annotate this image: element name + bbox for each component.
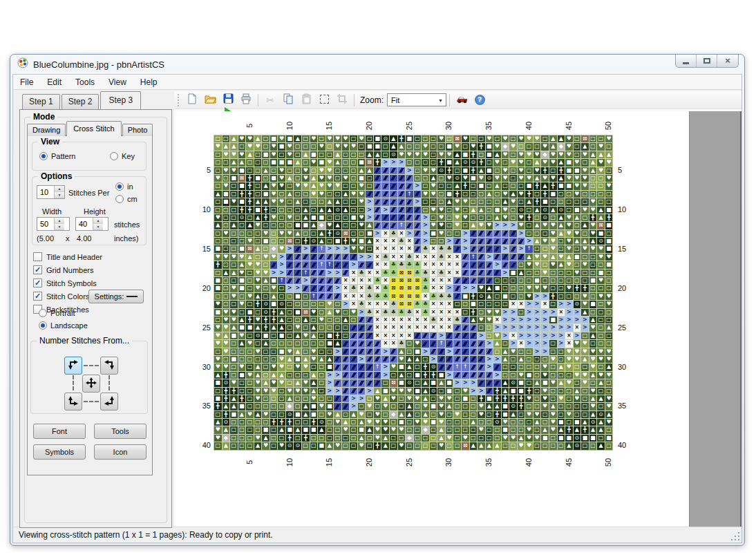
- pattern-cell: >: [326, 245, 334, 252]
- width-stepper[interactable]: 50 ▲▼: [37, 217, 70, 231]
- stepper-up-icon[interactable]: ▲: [93, 218, 103, 224]
- tools-button[interactable]: Tools: [94, 424, 147, 439]
- menu-item-edit[interactable]: Edit: [40, 75, 68, 89]
- stepper-up-icon[interactable]: ▲: [55, 218, 64, 224]
- stitch-symbol: ▲: [334, 151, 341, 158]
- cut-button[interactable]: ✂: [262, 93, 278, 108]
- tab-step-3[interactable]: Step 3: [100, 91, 141, 109]
- pattern-cell: ♥: [326, 175, 334, 182]
- pattern-grid[interactable]: □□▲♥♥▲□■♥■▲□♥□♥♥♥□♥□■⊙▲╋■□□□♥□⊠♥□□♥□♥□♥♥…: [214, 135, 613, 451]
- zoom-select[interactable]: Fit▼: [387, 93, 446, 106]
- stepper-down-icon[interactable]: ▼: [55, 192, 64, 198]
- pattern-cell: >: [565, 309, 573, 316]
- tab-cross-stitch[interactable]: Cross Stitch: [66, 121, 121, 136]
- symbols-button[interactable]: Symbols: [33, 444, 86, 460]
- stitch-symbol: ■: [310, 411, 318, 418]
- menu-item-file[interactable]: File: [13, 75, 40, 89]
- pattern-cell: □: [286, 309, 294, 316]
- view-pattern-radio[interactable]: Pattern: [39, 152, 75, 160]
- checkbox-stitch-symbols[interactable]: ✓Stitch Symbols: [33, 278, 97, 287]
- tab-step-1[interactable]: Step 1: [22, 94, 60, 109]
- number-from-bottom-right-button[interactable]: [100, 393, 118, 410]
- stitch-symbol: ⊙: [406, 379, 413, 386]
- resize-grip-icon[interactable]: [731, 532, 740, 541]
- height-stepper[interactable]: 40 ▲▼: [75, 217, 108, 231]
- menu-item-help[interactable]: Help: [133, 75, 164, 89]
- backstitch-settings-button[interactable]: Settings:: [88, 290, 144, 303]
- pattern-cell: ╋: [430, 372, 437, 379]
- number-from-center-button[interactable]: [82, 375, 100, 393]
- stitch-symbol: □: [422, 182, 429, 189]
- pattern-cell: ▲: [262, 167, 270, 174]
- maximize-button[interactable]: [697, 55, 717, 67]
- pattern-cell: □: [230, 419, 238, 426]
- number-from-bottom-left-button[interactable]: [64, 393, 82, 410]
- stepper-down-icon[interactable]: ▼: [93, 224, 103, 230]
- stitch-symbol: ♥: [437, 230, 445, 237]
- stitch-symbol: ♥: [462, 214, 469, 221]
- unit-cm-radio[interactable]: cm: [115, 195, 138, 203]
- stepper-down-icon[interactable]: ▼: [55, 224, 64, 230]
- status-text: Viewing cross-stitch pattern (1 x 1 = 1 …: [19, 530, 273, 540]
- stitches-per-stepper[interactable]: 10 ▲▼: [37, 185, 65, 199]
- crop-button[interactable]: [334, 93, 350, 108]
- stitch-symbol: □: [462, 143, 469, 150]
- select-region-button[interactable]: [316, 93, 332, 108]
- print-button[interactable]: [238, 93, 254, 108]
- pattern-cell: ♥: [310, 309, 318, 316]
- font-button[interactable]: Font: [33, 424, 86, 439]
- landscape-radio[interactable]: Landscape: [39, 321, 88, 330]
- pattern-cell: □: [318, 364, 325, 370]
- title-bar[interactable]: BlueColumbine.jpg - pbnArtistCS: [10, 55, 744, 74]
- close-button[interactable]: ×: [717, 55, 738, 67]
- pattern-cell: ♥: [342, 135, 350, 142]
- zoom-value: Fit: [391, 96, 399, 104]
- pattern-cell: ▲: [238, 159, 246, 166]
- unit-in-radio[interactable]: in: [115, 182, 133, 191]
- stepper-arrows[interactable]: ▲▼: [54, 218, 64, 230]
- pattern-cell: >: [502, 309, 509, 316]
- stitch-symbol: ♥: [541, 388, 549, 395]
- portrait-radio[interactable]: Portrait: [39, 309, 75, 317]
- stitch-symbol: □: [350, 159, 357, 166]
- save-button[interactable]: [220, 93, 236, 108]
- tab-step-2[interactable]: Step 2: [62, 94, 100, 109]
- stepper-up-icon[interactable]: ▲: [55, 186, 64, 192]
- stitch-symbol: □: [430, 214, 437, 221]
- checkbox-grid-numbers[interactable]: ✓Grid Numbers: [33, 265, 93, 274]
- icon-button[interactable]: Icon: [94, 444, 147, 460]
- stitch-symbol: □: [414, 175, 422, 182]
- stepper-arrows[interactable]: ▲▼: [93, 218, 103, 230]
- view-key-radio[interactable]: Key: [110, 152, 135, 160]
- stitch-symbol: ×: [374, 324, 381, 331]
- slash-symbol: [367, 333, 372, 338]
- number-from-top-right-button[interactable]: [100, 357, 118, 375]
- pattern-cell: >: [326, 372, 334, 379]
- help-button[interactable]: ?: [471, 93, 488, 108]
- menu-item-tools[interactable]: Tools: [68, 75, 102, 89]
- document-area[interactable]: □□▲♥♥▲□■♥■▲□♥□♥♥♥□♥□■⊙▲╋■□□□♥□⊠♥□□♥□♥□♥♥…: [174, 111, 741, 527]
- checkbox-stitch-colors[interactable]: ✓Stitch Colors: [33, 292, 89, 301]
- checkbox-title-and-header[interactable]: Title and Header: [33, 252, 102, 261]
- paste-button[interactable]: [298, 93, 314, 108]
- pattern-cell: ♥: [446, 395, 453, 402]
- number-from-top-left-button[interactable]: [64, 357, 82, 375]
- copy-button[interactable]: [280, 93, 296, 108]
- toolbar-grip[interactable]: [178, 94, 180, 106]
- pattern-cell: □: [310, 143, 318, 150]
- stepper-arrows[interactable]: ▲▼: [54, 186, 64, 198]
- radio-label: Portrait: [50, 309, 75, 317]
- open-folder-button[interactable]: [202, 93, 218, 108]
- slash-symbol: [351, 357, 357, 361]
- tab-photo[interactable]: Photo: [122, 124, 153, 136]
- stitch-symbol: □: [422, 175, 429, 182]
- menu-item-view[interactable]: View: [102, 75, 133, 89]
- car-button[interactable]: [453, 93, 470, 108]
- tab-drawing[interactable]: Drawing: [27, 124, 66, 136]
- minimize-button[interactable]: [676, 55, 697, 67]
- pattern-cell: □: [223, 277, 230, 284]
- stitch-symbol: ▲: [581, 419, 589, 426]
- new-document-button[interactable]: [184, 93, 200, 108]
- pattern-cell: ♥: [533, 261, 541, 268]
- stitch-symbol: ×: [558, 309, 565, 316]
